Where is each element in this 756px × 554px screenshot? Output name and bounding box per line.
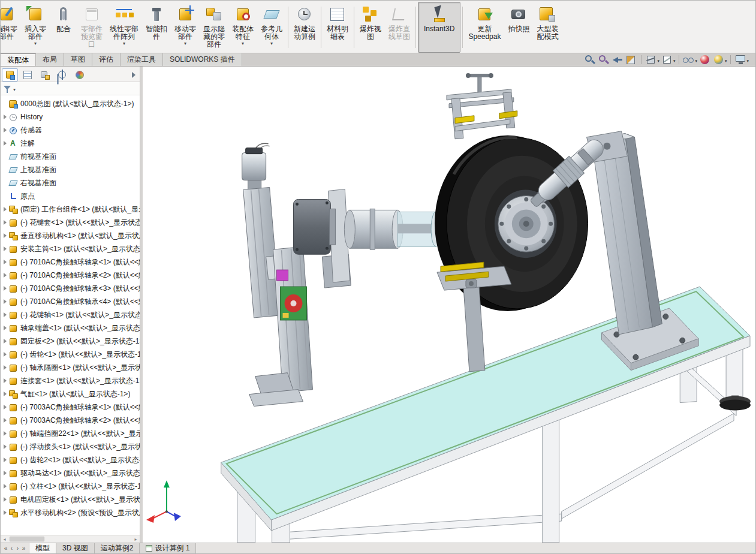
expand-arrow-icon[interactable]: [4, 233, 7, 238]
tree-item[interactable]: (-) 立柱<1> (默认<<默认>_显示状态-1>): [1, 480, 140, 493]
tree-item[interactable]: 轴承端盖<1> (默认<<默认>_显示状态-1>): [1, 321, 140, 335]
configurationmanager-tab[interactable]: [37, 68, 53, 82]
scroll-right-icon[interactable]: [132, 536, 140, 543]
new-motion-study-button[interactable]: 新建运 动算例: [290, 2, 319, 53]
tree-item[interactable]: 安装主筒<1> (默认<<默认>_显示状态-1>): [1, 242, 140, 255]
tree-item[interactable]: (-) 花键轴<1> (默认<<默认>_显示状态-1>): [1, 308, 140, 321]
expand-arrow-icon[interactable]: [4, 246, 7, 251]
linear-pattern-button[interactable]: 线性零部 件阵列: [106, 2, 142, 53]
expand-arrow-icon[interactable]: [4, 326, 7, 330]
tab-solidworks-addins[interactable]: SOLIDWORKS 插件: [163, 53, 242, 66]
bottom-clamp[interactable]: [437, 262, 511, 372]
expand-arrow-icon[interactable]: [4, 286, 7, 291]
tree-item[interactable]: (固定) 工作台组件<1> (默认<默认_显示状态-1>): [1, 203, 140, 216]
expand-arrow-icon[interactable]: [4, 365, 7, 370]
top-clamp-fixture[interactable]: [447, 73, 517, 139]
tree-item-top-plane[interactable]: 上视基准面: [1, 163, 140, 176]
smart-fasteners-button[interactable]: 智能扣 件: [142, 2, 171, 53]
motion-study-2-tab[interactable]: 运动算例2: [95, 543, 140, 553]
tree-item-right-plane[interactable]: 右视基准面: [1, 176, 140, 189]
edit-component-button[interactable]: 编辑零 部件: [1, 2, 21, 53]
tree-item[interactable]: 驱动马达<1> (默认<<默认>_显示状态-1>): [1, 466, 140, 480]
expand-arrow-icon[interactable]: [4, 444, 7, 449]
displaymanager-tab[interactable]: [71, 68, 88, 82]
move-component-button[interactable]: 移动零 部件: [171, 2, 200, 53]
sheet-prev-button[interactable]: ‹: [9, 545, 14, 552]
edit-appearance-button[interactable]: [698, 54, 712, 66]
tree-item[interactable]: 气缸<1> (默认<默认_显示状态-1>): [1, 387, 140, 401]
tree-item-history[interactable]: History: [1, 110, 140, 124]
explode-line-sketch-button[interactable]: 爆炸直 线草图: [385, 2, 414, 53]
tree-item[interactable]: 连接套<1> (默认<<默认>_显示状态-1>): [1, 374, 140, 387]
component-preview-button[interactable]: 零部件 预览窗 口: [77, 2, 106, 53]
filter-dropdown-caret[interactable]: [12, 85, 16, 93]
tree-item-root[interactable]: 0000总图 (默认<默认_显示状态-1>): [1, 97, 140, 110]
tree-item[interactable]: (-) 浮动接头<1> (默认<<默认>_显示状态-1>): [1, 440, 140, 453]
instant3d-button[interactable]: Instant3D: [418, 2, 460, 53]
sheet-next-button[interactable]: ›: [15, 545, 20, 552]
dimxpertmanager-tab[interactable]: [54, 68, 70, 82]
model-tab[interactable]: 模型: [29, 543, 56, 553]
tree-item[interactable]: (-) 7003AC角接触球轴承<1> (默认<<默认>_显示状态-1>): [1, 401, 140, 414]
tree-horizontal-scrollbar[interactable]: [1, 535, 140, 543]
sheet-first-button[interactable]: «: [3, 545, 8, 552]
design-study-1-tab[interactable]: 设计算例 1: [140, 543, 196, 553]
tree-item-sensors[interactable]: 传感器: [1, 124, 140, 137]
expand-arrow-icon[interactable]: [4, 418, 7, 423]
tree-item-annotations[interactable]: 注解: [1, 137, 140, 150]
hide-show-items-button[interactable]: [682, 54, 698, 66]
view-settings-button[interactable]: [734, 54, 749, 66]
exploded-view-button[interactable]: 爆炸视 图: [356, 2, 385, 53]
expand-arrow-icon[interactable]: [4, 497, 7, 502]
zoom-to-fit-button[interactable]: [583, 54, 597, 66]
tree-item[interactable]: (-) 轴端挡圈22<1> (默认<<默认>_显示状态-1>): [1, 427, 140, 440]
expand-arrow-icon[interactable]: [4, 352, 7, 357]
tree-item[interactable]: (-) 齿轮<1> (默认<<默认>_显示状态-1>): [1, 348, 140, 361]
tree-item[interactable]: (-) 7010AC角接触球轴承<3> (默认<<默认>_显示状态-1>): [1, 282, 140, 295]
tab-sketch[interactable]: 草图: [64, 53, 92, 66]
expand-arrow-icon[interactable]: [4, 471, 7, 475]
bill-of-materials-button[interactable]: 材料明 细表: [323, 2, 352, 53]
view-orientation-button[interactable]: [644, 54, 660, 66]
previous-view-button[interactable]: [611, 54, 624, 66]
section-view-button[interactable]: [625, 54, 638, 66]
tree-item[interactable]: 固定板<2> (默认<<默认>_显示状态-1>): [1, 335, 140, 348]
panel-collapse-arrow[interactable]: [129, 69, 138, 81]
expand-arrow-icon[interactable]: [4, 141, 7, 146]
tree-item[interactable]: (-) 齿轮2<1> (默认<<默认>_显示状态-1>): [1, 453, 140, 466]
graphics-viewport[interactable]: [143, 67, 755, 543]
scroll-left-icon[interactable]: [1, 536, 8, 543]
assembly-features-button[interactable]: 装配体 特征: [228, 2, 257, 53]
expand-arrow-icon[interactable]: [4, 115, 7, 119]
tree-item[interactable]: (-) 7003AC角接触球轴承<2> (默认<<默认>_显示状态-1>): [1, 414, 140, 427]
reference-geometry-button[interactable]: 参考几 何体: [257, 2, 286, 53]
tree-item[interactable]: (-) 7010AC角接触球轴承<4> (默认<<默认>_显示状态-1>): [1, 295, 140, 308]
mate-button[interactable]: 配合: [50, 2, 77, 53]
expand-arrow-icon[interactable]: [4, 207, 7, 212]
tree-item[interactable]: 垂直移动机构<1> (默认<默认_显示状态-1>): [1, 229, 140, 242]
expand-arrow-icon[interactable]: [4, 457, 7, 462]
expand-arrow-icon[interactable]: [4, 128, 7, 133]
insert-component-button[interactable]: 插入零 部件: [21, 2, 50, 53]
tree-item[interactable]: (-) 轴承隔圈<1> (默认<<默认>_显示状态-1>): [1, 361, 140, 374]
scrollbar-thumb[interactable]: [10, 537, 44, 541]
expand-arrow-icon[interactable]: [4, 339, 7, 344]
tree-item[interactable]: 电机固定板<1> (默认<<默认>_显示状态-1>): [1, 493, 140, 506]
zoom-to-area-button[interactable]: [597, 54, 610, 66]
expand-arrow-icon[interactable]: [4, 484, 7, 489]
tree-item-origin[interactable]: 原点: [1, 189, 140, 203]
tab-assembly[interactable]: 装配体: [1, 53, 36, 66]
tree-item[interactable]: 水平移动机构<2> (预设<预设_显示状态-1>): [1, 506, 140, 519]
tab-render-tools[interactable]: 渲染工具: [121, 53, 163, 66]
featuremanager-tab[interactable]: [2, 68, 18, 82]
vertical-slide-assembly[interactable]: [242, 143, 313, 406]
expand-arrow-icon[interactable]: [4, 299, 7, 304]
tree-item-front-plane[interactable]: 前视基准面: [1, 150, 140, 163]
expand-arrow-icon[interactable]: [4, 273, 7, 278]
large-assembly-mode-button[interactable]: 大型装 配模式: [533, 2, 562, 53]
tree-item[interactable]: (-) 7010AC角接触球轴承<1> (默认<<默认>_显示状态-1>): [1, 255, 140, 269]
expand-arrow-icon[interactable]: [4, 510, 7, 515]
expand-arrow-icon[interactable]: [4, 220, 7, 225]
tab-layout[interactable]: 布局: [36, 53, 64, 66]
expand-arrow-icon[interactable]: [4, 431, 7, 436]
